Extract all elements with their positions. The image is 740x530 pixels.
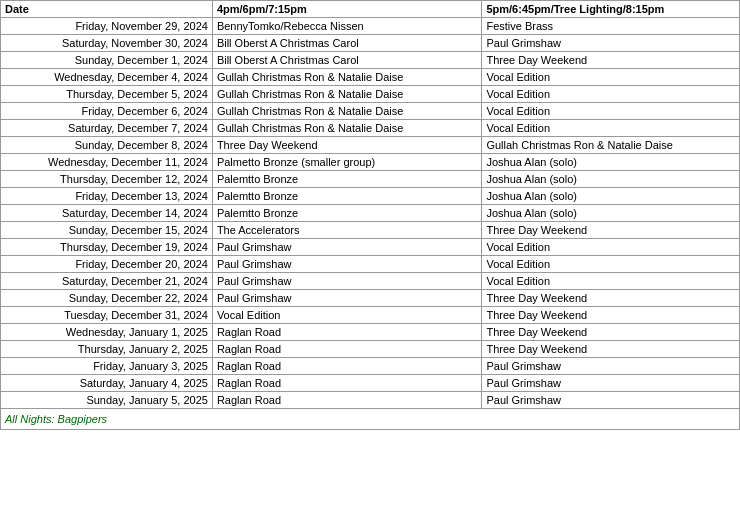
table-row: Tuesday, December 31, 2024Vocal EditionT… [1,307,740,324]
date-cell: Friday, November 29, 2024 [1,18,213,35]
table-row: Saturday, November 30, 2024Bill Oberst A… [1,35,740,52]
table-row: Sunday, December 1, 2024Bill Oberst A Ch… [1,52,740,69]
table-row: Saturday, January 4, 2025Raglan RoadPaul… [1,375,740,392]
date-cell: Saturday, December 7, 2024 [1,120,213,137]
table-row: Saturday, December 7, 2024Gullah Christm… [1,120,740,137]
date-cell: Saturday, December 21, 2024 [1,273,213,290]
mid-cell: Palemtto Bronze [212,188,482,205]
col-header-mid: 4pm/6pm/7:15pm [212,1,482,18]
table-row: Saturday, December 14, 2024Palemtto Bron… [1,205,740,222]
col-header-right: 5pm/6:45pm/Tree Lighting/8:15pm [482,1,740,18]
mid-cell: BennyTomko/Rebecca Nissen [212,18,482,35]
mid-cell: Raglan Road [212,324,482,341]
mid-cell: Palmetto Bronze (smaller group) [212,154,482,171]
mid-cell: Raglan Road [212,392,482,409]
table-row: Wednesday, January 1, 2025Raglan RoadThr… [1,324,740,341]
right-cell: Three Day Weekend [482,290,740,307]
right-cell: Paul Grimshaw [482,392,740,409]
table-row: Thursday, December 19, 2024Paul Grimshaw… [1,239,740,256]
mid-cell: Three Day Weekend [212,137,482,154]
date-cell: Thursday, December 5, 2024 [1,86,213,103]
right-cell: Joshua Alan (solo) [482,188,740,205]
mid-cell: Palemtto Bronze [212,171,482,188]
table-row: Sunday, January 5, 2025Raglan RoadPaul G… [1,392,740,409]
right-cell: Vocal Edition [482,69,740,86]
date-cell: Thursday, December 12, 2024 [1,171,213,188]
mid-cell: Vocal Edition [212,307,482,324]
right-cell: Three Day Weekend [482,341,740,358]
date-cell: Thursday, December 19, 2024 [1,239,213,256]
mid-cell: Raglan Road [212,358,482,375]
mid-cell: Gullah Christmas Ron & Natalie Daise [212,86,482,103]
table-row: Friday, December 20, 2024Paul GrimshawVo… [1,256,740,273]
mid-cell: Paul Grimshaw [212,239,482,256]
date-cell: Wednesday, December 11, 2024 [1,154,213,171]
mid-cell: Gullah Christmas Ron & Natalie Daise [212,69,482,86]
mid-cell: Raglan Road [212,341,482,358]
right-cell: Three Day Weekend [482,307,740,324]
table-row: Thursday, January 2, 2025Raglan RoadThre… [1,341,740,358]
right-cell: Three Day Weekend [482,52,740,69]
date-cell: Wednesday, December 4, 2024 [1,69,213,86]
right-cell: Vocal Edition [482,120,740,137]
right-cell: Paul Grimshaw [482,35,740,52]
date-cell: Sunday, December 8, 2024 [1,137,213,154]
mid-cell: Paul Grimshaw [212,273,482,290]
table-row: Wednesday, December 11, 2024Palmetto Bro… [1,154,740,171]
date-cell: Sunday, December 1, 2024 [1,52,213,69]
date-cell: Friday, December 20, 2024 [1,256,213,273]
date-cell: Friday, January 3, 2025 [1,358,213,375]
table-row: Thursday, December 5, 2024Gullah Christm… [1,86,740,103]
date-cell: Friday, December 6, 2024 [1,103,213,120]
table-row: Sunday, December 8, 2024Three Day Weeken… [1,137,740,154]
right-cell: Three Day Weekend [482,222,740,239]
right-cell: Vocal Edition [482,256,740,273]
date-cell: Sunday, January 5, 2025 [1,392,213,409]
right-cell: Three Day Weekend [482,324,740,341]
mid-cell: Paul Grimshaw [212,256,482,273]
date-cell: Saturday, January 4, 2025 [1,375,213,392]
date-cell: Sunday, December 15, 2024 [1,222,213,239]
table-row: Friday, November 29, 2024BennyTomko/Rebe… [1,18,740,35]
date-cell: Wednesday, January 1, 2025 [1,324,213,341]
right-cell: Joshua Alan (solo) [482,205,740,222]
table-row: Friday, December 6, 2024Gullah Christmas… [1,103,740,120]
mid-cell: The Accelerators [212,222,482,239]
date-cell: Saturday, December 14, 2024 [1,205,213,222]
mid-cell: Bill Oberst A Christmas Carol [212,52,482,69]
date-cell: Thursday, January 2, 2025 [1,341,213,358]
mid-cell: Bill Oberst A Christmas Carol [212,35,482,52]
right-cell: Paul Grimshaw [482,358,740,375]
date-cell: Saturday, November 30, 2024 [1,35,213,52]
table-row: Saturday, December 21, 2024Paul Grimshaw… [1,273,740,290]
right-cell: Vocal Edition [482,239,740,256]
right-cell: Vocal Edition [482,103,740,120]
table-row: Sunday, December 22, 2024Paul GrimshawTh… [1,290,740,307]
right-cell: Paul Grimshaw [482,375,740,392]
schedule-table: Date 4pm/6pm/7:15pm 5pm/6:45pm/Tree Ligh… [0,0,740,430]
date-cell: Friday, December 13, 2024 [1,188,213,205]
date-cell: Sunday, December 22, 2024 [1,290,213,307]
right-cell: Joshua Alan (solo) [482,154,740,171]
date-cell: Tuesday, December 31, 2024 [1,307,213,324]
mid-cell: Raglan Road [212,375,482,392]
table-row: Friday, January 3, 2025Raglan RoadPaul G… [1,358,740,375]
col-header-date: Date [1,1,213,18]
mid-cell: Palemtto Bronze [212,205,482,222]
mid-cell: Gullah Christmas Ron & Natalie Daise [212,120,482,137]
table-row: Thursday, December 12, 2024Palemtto Bron… [1,171,740,188]
right-cell: Festive Brass [482,18,740,35]
right-cell: Vocal Edition [482,86,740,103]
right-cell: Joshua Alan (solo) [482,171,740,188]
right-cell: Gullah Christmas Ron & Natalie Daise [482,137,740,154]
table-row: Sunday, December 15, 2024The Accelerator… [1,222,740,239]
table-row: Wednesday, December 4, 2024Gullah Christ… [1,69,740,86]
right-cell: Vocal Edition [482,273,740,290]
footer-note: All Nights: Bagpipers [1,409,740,430]
mid-cell: Gullah Christmas Ron & Natalie Daise [212,103,482,120]
mid-cell: Paul Grimshaw [212,290,482,307]
table-row: Friday, December 13, 2024Palemtto Bronze… [1,188,740,205]
